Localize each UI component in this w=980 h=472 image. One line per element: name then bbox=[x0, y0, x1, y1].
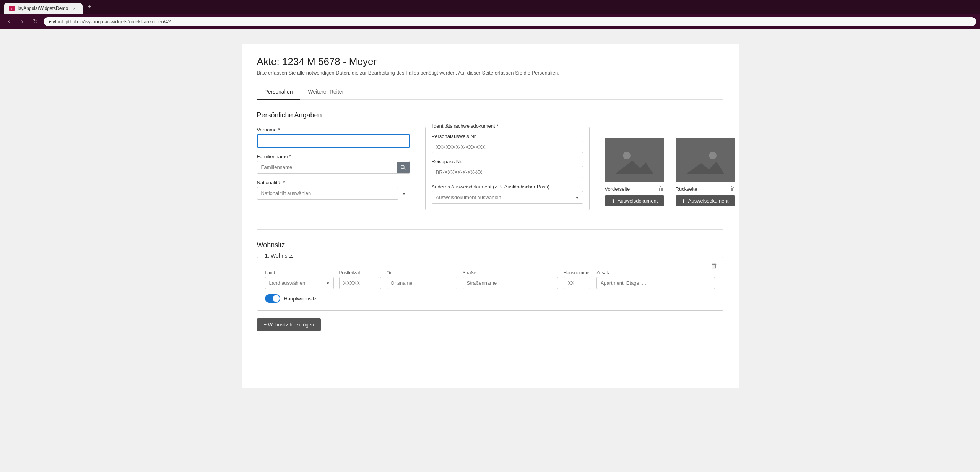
tab-favicon: I bbox=[9, 6, 15, 11]
wohnsitz-section-title: Wohnsitz bbox=[257, 241, 723, 249]
main-container: Akte: 1234 M 5678 - Meyer Bitte erfassen… bbox=[242, 44, 739, 388]
personalausweis-input[interactable] bbox=[432, 141, 583, 153]
tab-personalien[interactable]: Personalien bbox=[257, 85, 301, 100]
vorname-label: Vorname * bbox=[257, 127, 410, 133]
upload-icon-ruckseite: ⬆ bbox=[682, 198, 686, 204]
svg-line-1 bbox=[404, 168, 405, 170]
tab-weiterer-reiter[interactable]: Weiterer Reiter bbox=[300, 85, 351, 100]
reisepass-label: Reisepass Nr. bbox=[432, 159, 583, 164]
strasse-input[interactable] bbox=[463, 277, 558, 289]
vorderseite-image-icon bbox=[615, 147, 653, 174]
personal-section-title: Persönliche Angaben bbox=[257, 111, 723, 119]
postleitzahl-field: Postleitzahl bbox=[339, 270, 381, 289]
address-bar-row: ‹ › ↻ bbox=[0, 14, 980, 29]
vorderseite-upload-button[interactable]: ⬆ Ausweisdokument bbox=[605, 195, 664, 206]
anderes-select[interactable]: Ausweisdokument auswählen bbox=[432, 191, 583, 204]
ruckseite-upload-label: Ausweisdokument bbox=[688, 198, 729, 204]
reisepass-input[interactable] bbox=[432, 166, 583, 178]
vorderseite-group: Vorderseite 🗑 ⬆ Ausweisdokument bbox=[605, 138, 664, 206]
page-title: Akte: 1234 M 5678 - Meyer bbox=[257, 56, 723, 68]
tabs: Personalien Weiterer Reiter bbox=[257, 85, 723, 100]
familienname-input[interactable] bbox=[257, 161, 397, 173]
page-subtitle: Bitte erfassen Sie alle notwendigen Date… bbox=[257, 70, 723, 76]
svg-point-0 bbox=[401, 165, 404, 169]
vorderseite-delete-button[interactable]: 🗑 bbox=[658, 185, 664, 192]
familienname-input-wrapper bbox=[257, 161, 410, 174]
hausnummer-input[interactable] bbox=[564, 277, 590, 289]
reload-button[interactable]: ↻ bbox=[30, 16, 41, 27]
zusatz-field: Zusatz bbox=[596, 270, 715, 289]
tab-close-button[interactable]: × bbox=[71, 5, 77, 11]
familienname-label: Familienname * bbox=[257, 154, 410, 159]
land-select[interactable]: Land auswählen bbox=[265, 277, 334, 289]
hauptwohnsitz-label: Hauptwohnsitz bbox=[284, 296, 317, 302]
land-field: Land Land auswählen bbox=[265, 270, 334, 289]
personalausweis-group: Personalausweis Nr. bbox=[432, 133, 583, 153]
hausnummer-field: Hausnummer bbox=[564, 270, 591, 289]
active-tab[interactable]: I IsyAngularWidgetsDemo × bbox=[4, 3, 83, 14]
nationalitat-label: Nationalität * bbox=[257, 180, 410, 185]
strasse-field: Straße bbox=[463, 270, 558, 289]
section-divider bbox=[257, 229, 723, 230]
ruckseite-label-row: Rückseite 🗑 bbox=[676, 185, 735, 192]
nationalitat-group: Nationalität * Nationalität auswählen bbox=[257, 180, 410, 200]
add-wohnsitz-label: + Wohnsitz hinzufügen bbox=[264, 322, 314, 328]
postleitzahl-label: Postleitzahl bbox=[339, 270, 381, 276]
wohnsitz-fieldset: 1. Wohnsitz 🗑 Land Land auswählen Postle… bbox=[257, 257, 723, 311]
nav-buttons: ‹ › ↻ bbox=[4, 16, 41, 27]
svg-point-6 bbox=[709, 152, 717, 159]
nationalitat-select-wrapper: Nationalität auswählen bbox=[257, 187, 410, 200]
ruckseite-label: Rückseite bbox=[676, 186, 697, 192]
postleitzahl-input[interactable] bbox=[339, 277, 381, 289]
tab-bar: I IsyAngularWidgetsDemo × + bbox=[0, 0, 980, 14]
vorderseite-image bbox=[605, 138, 664, 182]
wohnsitz-delete-button[interactable]: 🗑 bbox=[711, 262, 718, 270]
familienname-group: Familienname * bbox=[257, 154, 410, 174]
ruckseite-group: Rückseite 🗑 ⬆ Ausweisdokument bbox=[676, 138, 735, 206]
identity-legend: Identitätsnachweisdokument * bbox=[430, 123, 501, 129]
ruckseite-upload-button[interactable]: ⬆ Ausweisdokument bbox=[676, 195, 735, 206]
add-wohnsitz-button[interactable]: + Wohnsitz hinzufügen bbox=[257, 318, 321, 331]
zusatz-input[interactable] bbox=[596, 277, 715, 289]
svg-point-3 bbox=[623, 152, 631, 159]
nationalitat-select[interactable]: Nationalität auswählen bbox=[257, 187, 398, 200]
personal-section: Vorname * Familienname * bbox=[257, 127, 723, 218]
hauptwohnsitz-toggle-row: Hauptwohnsitz bbox=[265, 294, 715, 303]
vorderseite-upload-label: Ausweisdokument bbox=[618, 198, 658, 204]
vorname-input[interactable] bbox=[257, 134, 410, 148]
hausnummer-label: Hausnummer bbox=[564, 270, 591, 276]
ruckseite-image-icon bbox=[686, 147, 724, 174]
address-bar[interactable] bbox=[44, 17, 976, 26]
url-input[interactable] bbox=[49, 19, 971, 24]
ruckseite-delete-button[interactable]: 🗑 bbox=[729, 185, 735, 192]
anderes-group: Anderes Ausweisdokument (z.B. Ausländisc… bbox=[432, 184, 583, 204]
vorderseite-label-row: Vorderseite 🗑 bbox=[605, 185, 664, 192]
vorderseite-label: Vorderseite bbox=[605, 186, 630, 192]
anderes-select-wrapper: Ausweisdokument auswählen bbox=[432, 191, 583, 204]
right-image-section: Vorderseite 🗑 ⬆ Ausweisdokument bbox=[605, 138, 735, 206]
identity-fieldset: Identitätsnachweisdokument * Personalaus… bbox=[425, 127, 590, 210]
forward-button[interactable]: › bbox=[17, 16, 28, 27]
hauptwohnsitz-toggle[interactable] bbox=[265, 294, 280, 303]
search-icon bbox=[400, 165, 406, 170]
reisepass-group: Reisepass Nr. bbox=[432, 159, 583, 178]
land-label: Land bbox=[265, 270, 334, 276]
ort-field: Ort bbox=[387, 270, 457, 289]
upload-icon-vorderseite: ⬆ bbox=[611, 198, 615, 204]
strasse-label: Straße bbox=[463, 270, 558, 276]
zusatz-label: Zusatz bbox=[596, 270, 715, 276]
anderes-label: Anderes Ausweisdokument (z.B. Ausländisc… bbox=[432, 184, 583, 190]
vorname-group: Vorname * bbox=[257, 127, 410, 148]
left-form-section: Vorname * Familienname * bbox=[257, 127, 410, 206]
tab-title: IsyAngularWidgetsDemo bbox=[18, 6, 68, 11]
toggle-knob bbox=[273, 295, 280, 302]
ort-input[interactable] bbox=[387, 277, 457, 289]
middle-form-section: Identitätsnachweisdokument * Personalaus… bbox=[425, 127, 590, 218]
ort-label: Ort bbox=[387, 270, 457, 276]
page-content: Akte: 1234 M 5678 - Meyer Bitte erfassen… bbox=[0, 29, 980, 449]
wohnsitz-fields: Land Land auswählen Postleitzahl Ort bbox=[265, 270, 715, 289]
familienname-search-button[interactable] bbox=[397, 162, 410, 173]
wohnsitz-legend: 1. Wohnsitz bbox=[262, 253, 296, 259]
new-tab-button[interactable]: + bbox=[84, 2, 95, 12]
back-button[interactable]: ‹ bbox=[4, 16, 15, 27]
